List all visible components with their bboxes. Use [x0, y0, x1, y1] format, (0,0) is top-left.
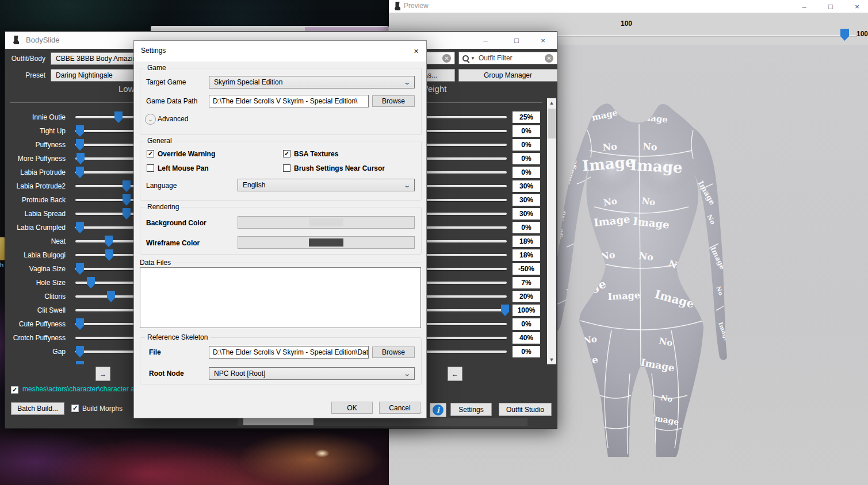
- preview-window-title: Preview: [404, 2, 429, 10]
- slider-value-box[interactable]: -50%: [513, 263, 540, 275]
- language-dropdown[interactable]: English ⌄: [238, 179, 415, 191]
- low-weight-slider-thumb[interactable]: [76, 222, 84, 233]
- svg-text:Image: Image: [630, 156, 683, 176]
- maximize-button[interactable]: □: [817, 0, 844, 13]
- outfit-studio-button[interactable]: Outfit Studio: [499, 403, 552, 416]
- slider-list-scrollbar[interactable]: ▲ ▼: [547, 98, 556, 364]
- bsa-textures-checkbox[interactable]: ✓: [283, 150, 290, 157]
- preview-titlebar[interactable]: Preview – □ ×: [389, 0, 868, 13]
- slider-value-box[interactable]: 0%: [513, 167, 540, 178]
- data-files-separator: [175, 263, 420, 263]
- scroll-up-icon[interactable]: ▲: [547, 98, 556, 107]
- svg-text:No: No: [600, 249, 616, 262]
- slider-label: Crotch Puffyness: [5, 331, 66, 345]
- close-icon[interactable]: ×: [406, 41, 426, 61]
- game-data-path-input[interactable]: D:\The Elder Scrolls V Skyrim - Special …: [209, 95, 369, 107]
- background-window-strip: [151, 26, 389, 31]
- low-weight-slider-thumb[interactable]: [76, 263, 84, 275]
- low-weight-slider-thumb[interactable]: [76, 139, 84, 151]
- batch-build-button[interactable]: Batch Build...: [11, 402, 64, 415]
- scrollbar-thumb[interactable]: [548, 109, 556, 138]
- svg-text:No: No: [583, 392, 596, 403]
- low-weight-slider-thumb[interactable]: [76, 318, 84, 330]
- slider-value-box[interactable]: 30%: [513, 208, 540, 220]
- settings-button[interactable]: Settings: [450, 403, 492, 416]
- slider-label: Neat: [5, 234, 66, 248]
- cancel-button[interactable]: Cancel: [379, 402, 420, 414]
- slider-value-box[interactable]: 0%: [513, 153, 540, 164]
- low-weight-slider-thumb[interactable]: [114, 111, 123, 123]
- left-mouse-pan-checkbox[interactable]: [147, 164, 154, 172]
- low-weight-slider-thumb[interactable]: [87, 277, 95, 288]
- slider-value-box[interactable]: 25%: [513, 111, 540, 123]
- weight-slider-thumb[interactable]: [840, 29, 849, 41]
- advanced-expander[interactable]: ⌄: [145, 114, 156, 125]
- skeleton-file-input[interactable]: D:\The Elder Scrolls V Skyrim - Special …: [209, 346, 369, 359]
- slider-label: Vagina Size: [5, 262, 66, 276]
- dialog-titlebar[interactable]: Settings ×: [134, 41, 426, 61]
- mesh-output-checkbox[interactable]: ✓: [11, 386, 18, 394]
- slider-label: Labia Protrude2: [5, 179, 66, 193]
- browse-game-path-button[interactable]: Browse: [372, 95, 415, 107]
- background-window-accent: [305, 27, 388, 31]
- skeleton-file-value: D:\The Elder Scrolls V Skyrim - Special …: [213, 348, 369, 356]
- build-morphs-label: Build Morphs: [82, 405, 123, 413]
- scroll-left-button[interactable]: ←: [448, 367, 462, 381]
- slider-value-box[interactable]: 0%: [513, 125, 540, 137]
- low-weight-slider-thumb[interactable]: [107, 291, 115, 302]
- brush-settings-checkbox[interactable]: [283, 164, 290, 172]
- override-warning-checkbox[interactable]: ✓: [147, 150, 154, 157]
- data-files-list[interactable]: [140, 267, 421, 328]
- build-morphs-checkbox[interactable]: ✓: [71, 405, 79, 412]
- svg-text:No: No: [602, 141, 618, 153]
- low-weight-slider-thumb[interactable]: [123, 194, 131, 206]
- root-node-dropdown[interactable]: NPC Root [Root] ⌄: [209, 367, 415, 380]
- background-color-button[interactable]: [238, 216, 415, 229]
- high-weight-slider-thumb[interactable]: [501, 305, 509, 316]
- horizontal-scrollbar[interactable]: [238, 418, 527, 426]
- slider-value-box[interactable]: 0%: [513, 139, 540, 151]
- close-button[interactable]: ×: [844, 0, 868, 13]
- wireframe-color-button[interactable]: [238, 236, 415, 249]
- slider-value-box[interactable]: 18%: [513, 236, 540, 247]
- slider-value-box[interactable]: 20%: [513, 291, 540, 302]
- slider-value-box[interactable]: 30%: [513, 194, 540, 206]
- slider-value-box[interactable]: 18%: [513, 249, 540, 261]
- slider-value-box[interactable]: 0%: [513, 222, 540, 233]
- low-weight-slider-thumb[interactable]: [123, 180, 131, 192]
- background-color-label: Background Color: [146, 219, 207, 227]
- low-weight-slider-thumb[interactable]: [76, 125, 84, 137]
- target-game-dropdown[interactable]: Skyrim Special Edition ⌄: [209, 76, 415, 88]
- low-weight-slider-thumb[interactable]: [105, 236, 113, 247]
- slider-value-box[interactable]: 30%: [513, 180, 540, 192]
- slider-label: Labia Protrude: [5, 165, 66, 179]
- svg-text:No: No: [571, 255, 588, 270]
- low-weight-slider-thumb[interactable]: [105, 249, 113, 261]
- about-button[interactable]: i: [430, 403, 446, 417]
- low-weight-slider-thumb[interactable]: [123, 208, 131, 220]
- low-weight-slider-thumb[interactable]: [76, 346, 84, 357]
- info-icon: i: [433, 405, 443, 415]
- root-node-label: Root Node: [149, 369, 184, 378]
- chevron-down-icon: ⌄: [403, 182, 411, 189]
- slider-label: Labia Bulgogi: [5, 248, 66, 262]
- ok-button[interactable]: OK: [331, 402, 373, 414]
- bsa-textures-label: BSA Textures: [294, 150, 338, 158]
- slider-value-box[interactable]: 7%: [513, 277, 540, 288]
- scrollbar-thumb[interactable]: [243, 418, 313, 425]
- browse-skeleton-button[interactable]: Browse: [372, 347, 415, 358]
- partial-slider-thumb[interactable]: [76, 361, 84, 364]
- bodyslide-logo-icon: [395, 2, 400, 10]
- scroll-right-button[interactable]: →: [95, 367, 110, 381]
- slider-value-box[interactable]: 0%: [513, 318, 540, 330]
- minimize-button[interactable]: –: [791, 0, 817, 13]
- scroll-down-icon[interactable]: ▼: [547, 355, 556, 364]
- slider-label: Gap: [5, 345, 66, 359]
- slider-label: Labia Crumpled: [5, 221, 66, 234]
- resize-grip[interactable]: ∴: [419, 410, 425, 416]
- low-weight-slider-thumb[interactable]: [77, 153, 85, 164]
- slider-value-box[interactable]: 0%: [513, 346, 540, 357]
- slider-value-box[interactable]: 40%: [513, 332, 540, 344]
- slider-value-box[interactable]: 100%: [513, 305, 540, 316]
- low-weight-slider-thumb[interactable]: [76, 167, 84, 178]
